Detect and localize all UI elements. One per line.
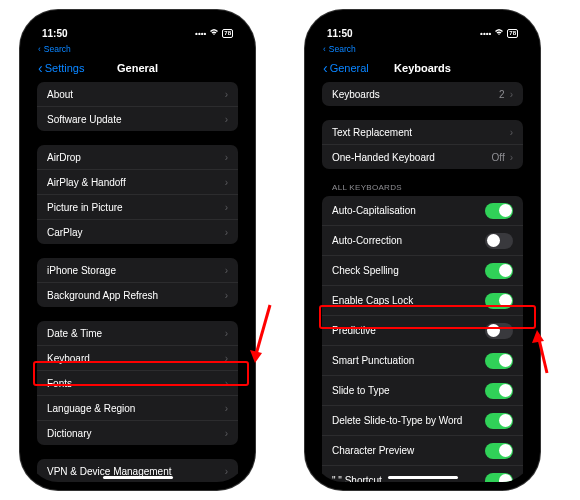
toggle-switch[interactable]	[485, 323, 513, 339]
content-left[interactable]: About›Software Update›AirDrop›AirPlay & …	[28, 82, 247, 482]
row-label: Fonts	[47, 378, 72, 389]
battery-icon: 78	[222, 29, 233, 38]
breadcrumb-search[interactable]: ‹ Search	[28, 42, 247, 56]
chevron-left-icon: ‹	[323, 44, 326, 54]
toggle-switch[interactable]	[485, 263, 513, 279]
settings-row[interactable]: Auto-Correction	[322, 226, 523, 256]
home-indicator[interactable]	[388, 476, 458, 479]
settings-row[interactable]: Date & Time›	[37, 321, 238, 346]
row-label: Text Replacement	[332, 127, 412, 138]
settings-row[interactable]: Predictive	[322, 316, 523, 346]
notch	[383, 18, 463, 36]
signal-icon: ••••	[195, 29, 206, 38]
settings-row[interactable]: CarPlay›	[37, 220, 238, 244]
chevron-right-icon: ›	[225, 177, 228, 188]
nav-bar: ‹ Settings General	[28, 56, 247, 82]
settings-row[interactable]: Slide to Type	[322, 376, 523, 406]
back-button[interactable]: ‹ General	[323, 60, 369, 76]
settings-row[interactable]: Text Replacement›	[322, 120, 523, 145]
battery-icon: 78	[507, 29, 518, 38]
row-label: Delete Slide-to-Type by Word	[332, 415, 462, 426]
chevron-right-icon: ›	[225, 152, 228, 163]
settings-row[interactable]: About›	[37, 82, 238, 107]
settings-row[interactable]: Keyboard›	[37, 346, 238, 371]
chevron-right-icon: ›	[225, 428, 228, 439]
chevron-right-icon: ›	[225, 378, 228, 389]
row-value: 2	[499, 89, 505, 100]
row-label: Character Preview	[332, 445, 414, 456]
settings-row[interactable]: Keyboards2›	[322, 82, 523, 106]
chevron-right-icon: ›	[225, 114, 228, 125]
toggle-switch[interactable]	[485, 353, 513, 369]
row-label: Auto-Capitalisation	[332, 205, 416, 216]
row-label: Picture in Picture	[47, 202, 123, 213]
row-label: Predictive	[332, 325, 376, 336]
row-label: iPhone Storage	[47, 265, 116, 276]
chevron-right-icon: ›	[225, 265, 228, 276]
row-label: Check Spelling	[332, 265, 399, 276]
settings-row[interactable]: Background App Refresh›	[37, 283, 238, 307]
breadcrumb-search[interactable]: ‹ Search	[313, 42, 532, 56]
settings-row[interactable]: Enable Caps Lock	[322, 286, 523, 316]
settings-row[interactable]: Smart Punctuation	[322, 346, 523, 376]
settings-row[interactable]: Character Preview	[322, 436, 523, 466]
settings-row[interactable]: AirPlay & Handoff›	[37, 170, 238, 195]
settings-group: Text Replacement›One-Handed KeyboardOff›	[322, 120, 523, 169]
row-label: Keyboard	[47, 353, 90, 364]
back-button[interactable]: ‹ Settings	[38, 60, 84, 76]
status-time: 11:50	[327, 28, 353, 39]
settings-group: AirDrop›AirPlay & Handoff›Picture in Pic…	[37, 145, 238, 244]
row-label: Software Update	[47, 114, 122, 125]
chevron-left-icon: ‹	[323, 60, 328, 76]
row-label: Auto-Correction	[332, 235, 402, 246]
row-label: CarPlay	[47, 227, 83, 238]
chevron-left-icon: ‹	[38, 60, 43, 76]
chevron-right-icon: ›	[225, 353, 228, 364]
chevron-right-icon: ›	[225, 328, 228, 339]
notch	[98, 18, 178, 36]
settings-row[interactable]: iPhone Storage›	[37, 258, 238, 283]
chevron-left-icon: ‹	[38, 44, 41, 54]
wifi-icon	[494, 28, 504, 38]
screen-left: 11:50 •••• 78 ‹ Search ‹ Settings Genera…	[28, 18, 247, 482]
settings-row[interactable]: Fonts›	[37, 371, 238, 396]
nav-bar: ‹ General Keyboards	[313, 56, 532, 82]
settings-group: iPhone Storage›Background App Refresh›	[37, 258, 238, 307]
row-label: Keyboards	[332, 89, 380, 100]
content-right[interactable]: Keyboards2›Text Replacement›One-Handed K…	[313, 82, 532, 482]
row-label: VPN & Device Management	[47, 466, 172, 477]
chevron-right-icon: ›	[510, 89, 513, 100]
toggle-switch[interactable]	[485, 443, 513, 459]
settings-row[interactable]: Software Update›	[37, 107, 238, 131]
svg-marker-3	[532, 330, 544, 343]
status-time: 11:50	[42, 28, 68, 39]
settings-row[interactable]: AirDrop›	[37, 145, 238, 170]
toggle-switch[interactable]	[485, 383, 513, 399]
chevron-right-icon: ›	[225, 290, 228, 301]
settings-group: Auto-CapitalisationAuto-CorrectionCheck …	[322, 196, 523, 482]
settings-row[interactable]: "." Shortcut	[322, 466, 523, 482]
svg-marker-1	[250, 350, 262, 363]
row-label: Smart Punctuation	[332, 355, 414, 366]
home-indicator[interactable]	[103, 476, 173, 479]
wifi-icon	[209, 28, 219, 38]
settings-row[interactable]: Dictionary›	[37, 421, 238, 445]
screen-right: 11:50 •••• 78 ‹ Search ‹ General Keyboar…	[313, 18, 532, 482]
settings-row[interactable]: Auto-Capitalisation	[322, 196, 523, 226]
settings-row[interactable]: Picture in Picture›	[37, 195, 238, 220]
toggle-switch[interactable]	[485, 233, 513, 249]
settings-row[interactable]: Delete Slide-to-Type by Word	[322, 406, 523, 436]
settings-row[interactable]: Language & Region›	[37, 396, 238, 421]
toggle-switch[interactable]	[485, 473, 513, 483]
chevron-right-icon: ›	[510, 127, 513, 138]
settings-row[interactable]: One-Handed KeyboardOff›	[322, 145, 523, 169]
settings-row[interactable]: Check Spelling	[322, 256, 523, 286]
settings-group: About›Software Update›	[37, 82, 238, 131]
toggle-switch[interactable]	[485, 293, 513, 309]
toggle-switch[interactable]	[485, 203, 513, 219]
toggle-switch[interactable]	[485, 413, 513, 429]
row-label: Slide to Type	[332, 385, 390, 396]
page-title: General	[117, 62, 158, 74]
row-value: Off	[492, 152, 505, 163]
row-label: "." Shortcut	[332, 475, 382, 482]
